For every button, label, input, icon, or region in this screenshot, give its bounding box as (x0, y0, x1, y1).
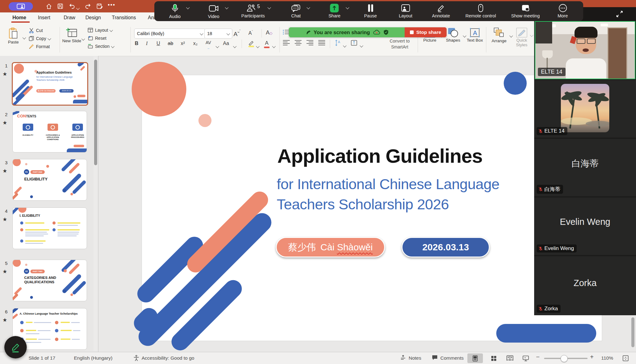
cut-button[interactable]: Cut (29, 28, 43, 33)
slide-5-thumbnail[interactable]: 02 PART TWO CATEGORIES AND QUALIFICATION… (12, 260, 87, 301)
tab-home[interactable]: Home (12, 15, 26, 20)
change-case-button[interactable]: Aa (223, 41, 229, 46)
slide-1-animation-star-icon[interactable]: ★ (2, 71, 7, 77)
highlight-color-button[interactable] (247, 40, 255, 48)
char-spacing-chevron-icon[interactable] (216, 43, 219, 49)
underline-button[interactable]: U (157, 41, 160, 46)
slide-4-thumbnail[interactable]: I. ELIGIBILITY (12, 207, 87, 249)
remote-control-button[interactable]: Remote control (466, 4, 496, 18)
justify-button[interactable] (318, 39, 325, 46)
tab-design[interactable]: Design (85, 15, 101, 20)
slide-3-thumbnail[interactable]: 01 PART ONE ELIGIBILITY (12, 159, 87, 201)
canvas-scrollbar-thumb[interactable] (631, 317, 634, 347)
more-window-options-icon[interactable]: ••• (108, 2, 116, 8)
new-slide-chevron-icon[interactable] (82, 36, 84, 41)
notes-button[interactable]: Notes (409, 355, 421, 361)
zoom-in-button[interactable]: + (590, 353, 594, 361)
layout-button[interactable]: Layout (88, 28, 112, 33)
participant-tile[interactable]: Zorka Zorka (534, 256, 636, 315)
align-right-button[interactable] (306, 39, 314, 46)
slide-6-animation-star-icon[interactable]: ★ (2, 317, 7, 323)
audio-chevron-icon[interactable] (187, 4, 189, 10)
arrange-button[interactable]: Arrange (489, 27, 509, 43)
participant-tile[interactable]: Evelin Weng Evelin Weng (534, 198, 636, 255)
copy-button[interactable]: Copy (29, 36, 51, 41)
show-meeting-button[interactable]: Show meeting (511, 4, 540, 18)
italic-button[interactable]: I (146, 41, 148, 46)
thumbnail-scrollbar-thumb[interactable] (94, 60, 97, 165)
text-direction-chevron-icon[interactable] (360, 43, 363, 48)
normal-view-button[interactable] (467, 353, 483, 363)
character-spacing-button[interactable]: AV↔ (206, 40, 211, 50)
share-button[interactable]: Share (329, 4, 341, 18)
slide-4-animation-star-icon[interactable]: ★ (2, 216, 7, 223)
layout-chevron-icon[interactable] (109, 28, 113, 32)
decrease-font-size-button[interactable]: Aˇ (248, 30, 253, 36)
line-spacing-button[interactable]: A (335, 39, 342, 46)
slide-title[interactable]: Application Guidelines (277, 145, 483, 167)
language-indicator[interactable]: English (Hungary) (74, 355, 112, 361)
comments-button[interactable]: Comments (440, 355, 464, 361)
format-button[interactable]: Format (29, 44, 50, 49)
shapes-chevron-icon[interactable] (463, 33, 466, 38)
font-size-select[interactable]: 18 (204, 29, 232, 39)
font-color-button[interactable]: A (264, 40, 270, 48)
subscript-button[interactable]: x₂ (193, 41, 198, 46)
chat-button[interactable]: Chat (291, 4, 301, 18)
strikethrough-button[interactable]: ab (168, 41, 173, 46)
slide-1-thumbnail[interactable]: Application Guidelines for International… (12, 62, 88, 106)
reading-view-icon[interactable] (506, 355, 514, 361)
date-badge[interactable]: 2026.03.13 (402, 237, 490, 257)
font-name-select[interactable]: Calibri (Body) (134, 29, 206, 39)
convert-smartart-button[interactable]: Convert toSmartArt (383, 38, 417, 50)
tab-insert[interactable]: Insert (38, 15, 50, 20)
stop-share-button[interactable]: Stop share (405, 27, 447, 37)
bullets-button[interactable] (283, 29, 289, 35)
slide-2-thumbnail[interactable]: CONTENTS ELIGIBILITY CATEGORIES & APPLIC… (12, 111, 87, 152)
section-chevron-icon[interactable] (111, 44, 114, 48)
align-center-button[interactable] (294, 39, 302, 46)
highlight-chevron-icon[interactable] (257, 43, 259, 49)
copy-chevron-icon[interactable] (48, 37, 51, 40)
annotate-button[interactable]: Annotate (432, 4, 450, 18)
home-icon[interactable] (46, 3, 52, 10)
chat-chevron-icon[interactable] (307, 4, 310, 10)
expand-panel-icon[interactable] (616, 10, 624, 18)
participants-chevron-icon[interactable] (268, 4, 270, 10)
participant-tile[interactable]: ELTE 14 (534, 80, 636, 138)
save-icon[interactable] (57, 3, 63, 9)
change-case-chevron-icon[interactable] (234, 43, 236, 49)
zoom-level[interactable]: 110% (601, 355, 613, 361)
save-as-icon[interactable] (96, 3, 103, 9)
share-chevron-icon[interactable] (346, 4, 349, 10)
layout-view-button[interactable]: Layout (399, 4, 412, 18)
undo-icon[interactable] (69, 3, 75, 9)
pause-button[interactable]: Pause (364, 4, 377, 18)
font-color-chevron-icon[interactable] (273, 43, 275, 49)
video-chevron-icon[interactable] (225, 4, 228, 10)
redo-icon[interactable] (84, 3, 91, 9)
slide-2-animation-star-icon[interactable]: ★ (2, 120, 7, 126)
slide-5-animation-star-icon[interactable]: ★ (2, 268, 7, 275)
quick-styles-button[interactable]: Quick Styles (512, 27, 531, 47)
slide-sorter-view-icon[interactable] (491, 355, 497, 362)
arrange-chevron-icon[interactable] (510, 33, 512, 38)
slide-3-animation-star-icon[interactable]: ★ (2, 168, 7, 174)
paste-chevron-icon[interactable] (23, 34, 25, 40)
slideshow-view-icon[interactable] (522, 355, 529, 362)
zoom-slider-knob[interactable] (561, 355, 568, 362)
bold-button[interactable]: B (135, 41, 139, 46)
align-left-button[interactable] (283, 39, 290, 46)
increase-font-size-button[interactable]: Aˇˆ (234, 30, 240, 38)
new-slide-button[interactable]: New Slide (62, 27, 81, 43)
paste-button[interactable]: Paste (4, 27, 22, 44)
audio-button[interactable]: Audio (169, 4, 180, 19)
presenter-badge[interactable]: 蔡少伟 Cài Shàowěi (276, 237, 385, 257)
screen-share-pill[interactable] (9, 2, 33, 11)
video-button[interactable]: Video (208, 4, 220, 19)
tab-transitions[interactable]: Transitions (112, 15, 136, 20)
slide-subtitle[interactable]: for International Chinese LanguageTeache… (277, 174, 499, 214)
fit-slide-to-window-icon[interactable] (622, 355, 629, 362)
reset-button[interactable]: Reset (88, 36, 107, 41)
annotation-tools-button[interactable] (4, 336, 27, 358)
